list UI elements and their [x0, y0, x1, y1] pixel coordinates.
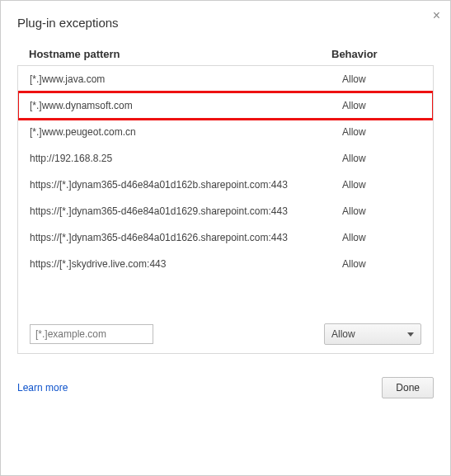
exception-behavior: Allow [342, 179, 421, 191]
done-button[interactable]: Done [382, 377, 434, 398]
exception-behavior: Allow [342, 232, 421, 243]
exception-row[interactable]: [*.]www.peugeot.com.cnAllow [18, 119, 433, 145]
add-exception-row: Allow [18, 315, 433, 353]
exception-row[interactable]: https://[*.]dynam365-d46e84a01d1626.shar… [18, 224, 433, 251]
close-icon[interactable]: × [433, 9, 440, 22]
plugin-exceptions-dialog: × Plug-in exceptions Hostname pattern Be… [0, 0, 451, 476]
chevron-down-icon [407, 332, 414, 337]
exception-row[interactable]: https://[*.]dynam365-d46e84a01d162b.shar… [18, 172, 433, 198]
exception-row[interactable]: https://[*.]dynam365-d46e84a01d1629.shar… [18, 198, 433, 224]
exception-behavior: Allow [342, 153, 421, 164]
exception-behavior: Allow [342, 100, 421, 111]
exceptions-list: [*.]www.java.comAllow[*.]www.dynamsoft.c… [17, 65, 434, 354]
exception-hostname: [*.]www.peugeot.com.cn [30, 126, 342, 138]
learn-more-link[interactable]: Learn more [17, 382, 68, 394]
exception-behavior: Allow [342, 258, 421, 270]
exception-row[interactable]: [*.]www.java.comAllow [18, 66, 433, 92]
exception-hostname: https://[*.]dynam365-d46e84a01d162b.shar… [30, 179, 342, 191]
rows-container: [*.]www.java.comAllow[*.]www.dynamsoft.c… [18, 66, 433, 277]
exception-row[interactable]: [*.]www.dynamsoft.comAllow [18, 92, 433, 119]
exception-hostname: https://[*.]dynam365-d46e84a01d1626.shar… [30, 232, 342, 243]
exception-behavior: Allow [342, 205, 421, 217]
exception-row[interactable]: http://192.168.8.25Allow [18, 145, 433, 172]
behavior-select[interactable]: Allow [324, 323, 421, 345]
behavior-select-label: Allow [331, 328, 407, 340]
hostname-header: Hostname pattern [29, 48, 331, 60]
dialog-title: Plug-in exceptions [17, 16, 434, 30]
exception-behavior: Allow [342, 73, 421, 85]
exception-hostname: [*.]www.dynamsoft.com [30, 100, 342, 111]
exception-row[interactable]: https://[*.]skydrive.live.com:443Allow [18, 251, 433, 277]
exception-behavior: Allow [342, 126, 421, 138]
exception-hostname: http://192.168.8.25 [30, 153, 342, 164]
exception-hostname: https://[*.]skydrive.live.com:443 [30, 258, 342, 270]
exception-hostname: https://[*.]dynam365-d46e84a01d1629.shar… [30, 205, 342, 217]
behavior-header: Behavior [331, 48, 422, 60]
hostname-input[interactable] [30, 324, 153, 344]
dialog-footer: Learn more Done [17, 377, 434, 398]
column-headers: Hostname pattern Behavior [17, 48, 434, 65]
exception-hostname: [*.]www.java.com [30, 73, 342, 85]
